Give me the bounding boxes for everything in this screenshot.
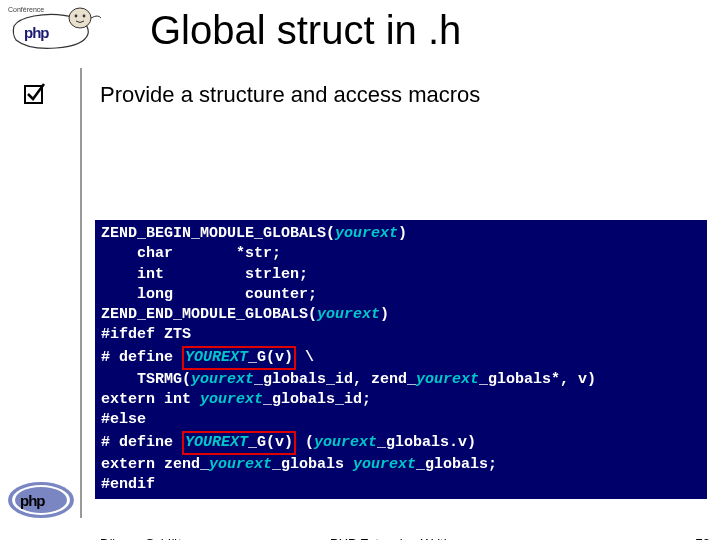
code-line: extern int yourext_globals_id; (101, 390, 701, 410)
code-line: # define YOUREXT_G(v) \ (101, 346, 701, 370)
code-line: # define YOUREXT_G(v) (yourext_globals.v… (101, 431, 701, 455)
bullet-text: Provide a structure and access macros (100, 82, 480, 108)
footer-title: PHP Extension Writing (330, 536, 461, 540)
svg-point-1 (69, 8, 91, 28)
code-line: #ifdef ZTS (101, 325, 701, 345)
code-line: ZEND_BEGIN_MODULE_GLOBALS(yourext) (101, 224, 701, 244)
code-line: TSRMG(yourext_globals_id, zend_yourext_g… (101, 370, 701, 390)
code-block: ZEND_BEGIN_MODULE_GLOBALS(yourext) char … (95, 220, 707, 499)
code-line: #endif (101, 475, 701, 495)
code-line: #else (101, 410, 701, 430)
php-logo: php (6, 480, 76, 520)
svg-text:php: php (24, 24, 49, 41)
code-line: ZEND_END_MODULE_GLOBALS(yourext) (101, 305, 701, 325)
svg-point-3 (83, 15, 86, 18)
footer-authors: Börger, Schlüter (100, 536, 193, 540)
conference-label: Conférence (8, 6, 44, 13)
slide-title: Global struct in .h (150, 8, 461, 53)
svg-text:php: php (20, 492, 45, 509)
php-conference-logo: php Conférence (6, 4, 106, 62)
code-line: char *str; (101, 244, 701, 264)
page-number: 72 (696, 536, 710, 540)
sidebar-divider (80, 68, 82, 518)
sidebar (0, 0, 82, 540)
checkbox-bullet-icon (22, 82, 46, 106)
code-line: extern zend_yourext_globals yourext_glob… (101, 455, 701, 475)
svg-point-2 (75, 15, 78, 18)
code-line: int strlen; (101, 265, 701, 285)
code-line: long counter; (101, 285, 701, 305)
